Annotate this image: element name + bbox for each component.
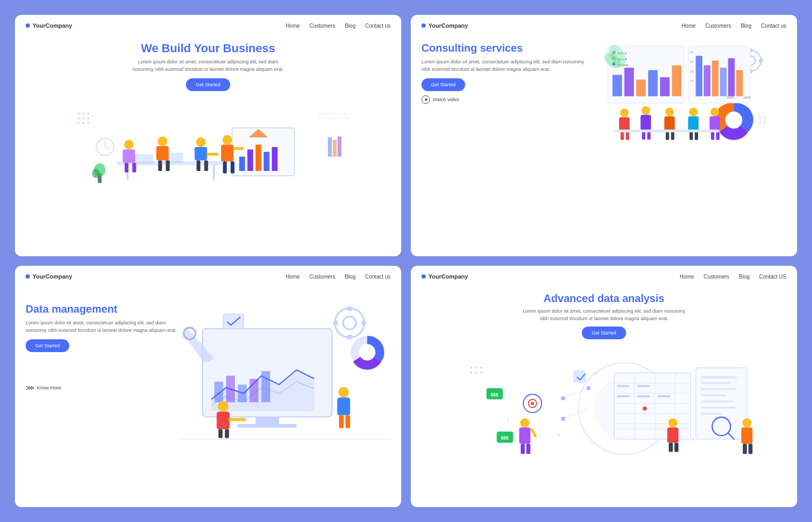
card4-svg: $$$ $$$ $$$ $ [411, 347, 797, 470]
card1-cta-button[interactable]: Get Started [186, 78, 230, 91]
card4-cta-button[interactable]: Get Started [582, 327, 626, 339]
svg-rect-90 [621, 132, 624, 140]
svg-rect-205 [675, 443, 679, 452]
nav-card4: YourCompany Home Customers Blog Contact … [411, 266, 797, 287]
nav-contact-card4[interactable]: Contact US [759, 274, 786, 280]
svg-point-5 [87, 117, 90, 119]
card-data-analysis: YourCompany Home Customers Blog Contact … [411, 266, 797, 507]
svg-rect-40 [221, 145, 233, 162]
logo-card1: YourCompany [26, 22, 286, 29]
svg-point-189 [587, 386, 591, 390]
know-more-label: Know more [37, 385, 61, 390]
nav-blog-card3[interactable]: Blog [345, 274, 355, 280]
svg-rect-138 [337, 397, 350, 415]
logo-dot-card2 [421, 23, 426, 28]
svg-text:•: • [507, 416, 509, 422]
card2-cta-button[interactable]: Get Started [421, 78, 465, 91]
svg-point-123 [343, 316, 356, 329]
svg-point-8 [87, 122, 90, 124]
nav-home-card1[interactable]: Home [286, 23, 300, 29]
card4-content: Advanced data analysis Lorem ipsum dolor… [411, 287, 797, 347]
svg-rect-21 [125, 163, 128, 173]
nav-blog-card4[interactable]: Blog [739, 274, 750, 280]
svg-point-193 [520, 418, 529, 427]
svg-point-6 [78, 122, 80, 124]
svg-rect-140 [345, 415, 350, 428]
svg-point-122 [335, 308, 364, 338]
nav-blog-card1[interactable]: Blog [345, 23, 355, 29]
svg-point-144 [481, 366, 483, 369]
svg-rect-43 [233, 147, 244, 150]
svg-point-147 [481, 372, 483, 374]
svg-rect-115 [238, 424, 296, 428]
card4-title: Advanced data analysis [421, 292, 786, 305]
svg-point-46 [92, 169, 100, 178]
svg-point-3 [78, 117, 80, 119]
nav-card2: YourCompany Home Customers Blog Contact … [411, 15, 797, 36]
nav-links-card3: Home Customers Blog Contact us [286, 274, 391, 280]
card1-svg [15, 99, 401, 195]
svg-point-7 [83, 122, 85, 124]
card3-layout: Data management Lorem ipsum dolor sit am… [15, 287, 401, 464]
svg-rect-33 [239, 157, 245, 171]
svg-rect-37 [272, 147, 278, 171]
svg-rect-117 [214, 382, 223, 403]
card3-cta-button[interactable]: Get Started [26, 339, 69, 352]
svg-rect-120 [249, 379, 258, 402]
logo-card3: YourCompany [26, 273, 286, 280]
card4-desc: Lorem ipsum dolor sit amet, consectetuer… [519, 308, 689, 322]
main-grid: YourCompany Home Customers Blog Contact … [0, 0, 812, 522]
nav-card3: YourCompany Home Customers Blog Contact … [15, 266, 401, 287]
svg-point-129 [359, 344, 375, 361]
nav-home-card4[interactable]: Home [680, 274, 694, 280]
nav-customers-card3[interactable]: Customers [310, 274, 335, 280]
card3-text-block: Data management Lorem ipsum dolor sit am… [26, 292, 179, 459]
svg-rect-76 [696, 56, 703, 96]
nav-customers-card4[interactable]: Customers [703, 274, 729, 280]
card4-illustration: $$$ $$$ $$$ $ [411, 347, 797, 470]
nav-customers-card1[interactable]: Customers [310, 23, 335, 29]
card-data-management: YourCompany Home Customers Blog Contact … [15, 266, 401, 507]
svg-point-104 [711, 108, 719, 116]
svg-text:10: 10 [690, 79, 693, 83]
nav-home-card2[interactable]: Home [681, 23, 696, 29]
svg-rect-30 [204, 160, 208, 171]
watch-video-btn[interactable]: Watch video [421, 95, 459, 104]
svg-rect-135 [218, 429, 223, 438]
nav-contact-card1[interactable]: Contact us [365, 23, 391, 29]
svg-rect-89 [619, 117, 630, 132]
nav-customers-card2[interactable]: Customers [705, 23, 731, 29]
svg-rect-174 [637, 385, 650, 387]
svg-rect-101 [688, 116, 699, 130]
svg-rect-121 [261, 371, 270, 402]
svg-point-109 [759, 117, 761, 119]
svg-rect-22 [132, 163, 136, 173]
svg-text:$$$: $$$ [501, 435, 509, 441]
svg-point-4 [83, 117, 85, 119]
nav-home-card3[interactable]: Home [286, 274, 300, 280]
svg-point-27 [196, 137, 206, 147]
card1-illustration [15, 99, 401, 195]
svg-line-192 [563, 409, 589, 419]
card1-desc: Lorem ipsum dolor sit amet, consectetuer… [128, 59, 288, 73]
svg-point-88 [620, 109, 629, 117]
svg-rect-125 [347, 335, 352, 339]
svg-point-96 [665, 108, 674, 116]
svg-point-0 [78, 112, 80, 115]
svg-rect-133 [216, 412, 229, 429]
card1-title: We Build Your Business [31, 42, 385, 55]
nav-contact-card3[interactable]: Contact us [365, 274, 391, 280]
svg-rect-177 [657, 395, 670, 397]
svg-text:18:00: 18:00 [743, 96, 750, 99]
logo-card2: YourCompany [421, 22, 681, 29]
know-more-btn[interactable]: ⋙ Know more [26, 384, 179, 391]
svg-text:$$$: $$$ [491, 392, 499, 397]
svg-rect-28 [194, 147, 207, 160]
svg-rect-127 [361, 321, 366, 325]
logo-dot-card4 [421, 274, 426, 279]
nav-blog-card2[interactable]: Blog [741, 23, 751, 29]
card2-svg: Item A Item B Income 40 30 20 10 [591, 42, 786, 175]
svg-rect-80 [728, 58, 735, 96]
svg-rect-179 [701, 376, 737, 379]
nav-contact-card2[interactable]: Contact us [761, 23, 786, 29]
